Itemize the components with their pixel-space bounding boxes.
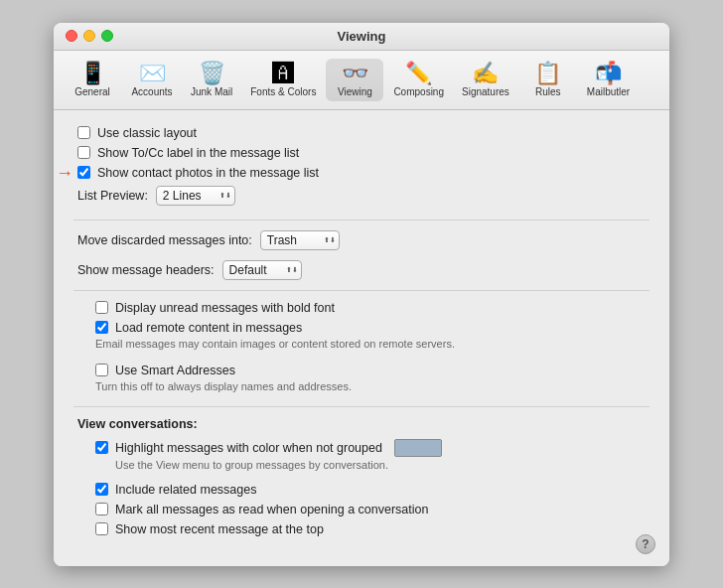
toolbar-item-rules[interactable]: 📋 Rules <box>519 59 577 101</box>
rules-label: Rules <box>535 86 561 97</box>
tocc-label: Show To/Cc label in the message list <box>97 146 299 160</box>
classic-layout-row: Use classic layout <box>73 126 650 140</box>
show-recent-checkbox[interactable] <box>95 522 108 535</box>
junk-mail-label: Junk Mail <box>191 86 232 97</box>
show-headers-row: Show message headers: Default All Custom <box>73 260 650 280</box>
composing-icon: ✏️ <box>405 63 432 84</box>
classic-layout-label: Use classic layout <box>97 126 197 140</box>
show-headers-label: Show message headers: <box>77 263 215 277</box>
remote-content-label: Load remote content in messages <box>115 321 302 335</box>
show-headers-select-wrapper: Default All Custom <box>222 260 302 280</box>
list-preview-label: List Preview: <box>77 189 148 203</box>
include-related-row: Include related messages <box>73 483 650 497</box>
divider-3 <box>73 406 650 407</box>
contact-photos-checkbox[interactable] <box>77 166 90 179</box>
window-title: Viewing <box>338 29 386 44</box>
bold-font-label: Display unread messages with bold font <box>115 301 335 315</box>
composing-label: Composing <box>393 86 444 97</box>
main-window: Viewing 📱 General ✉️ Accounts 🗑️ Junk Ma… <box>54 23 669 566</box>
mark-as-read-label: Mark all messages as read when opening a… <box>115 503 428 516</box>
mailbutler-icon: 📬 <box>595 63 622 84</box>
mailbutler-label: Mailbutler <box>587 86 630 97</box>
contact-photos-label: Show contact photos in the message list <box>97 166 319 180</box>
tocc-checkbox[interactable] <box>77 146 90 159</box>
bold-font-row: Display unread messages with bold font <box>73 301 650 315</box>
titlebar: Viewing <box>54 23 669 51</box>
viewing-label: Viewing <box>338 86 372 97</box>
list-preview-select-wrapper: 2 Lines None 1 Line 3 Lines 4 Lines 5 Li… <box>156 186 235 206</box>
toolbar-item-viewing[interactable]: 👓 Viewing <box>326 59 383 101</box>
show-recent-row: Show most recent message at the top <box>73 522 650 536</box>
highlight-subtext: Use the View menu to group messages by c… <box>115 459 442 471</box>
toolbar-item-accounts[interactable]: ✉️ Accounts <box>123 59 181 101</box>
general-label: General <box>74 86 110 97</box>
fonts-colors-label: Fonts & Colors <box>250 86 316 97</box>
include-related-checkbox[interactable] <box>95 483 108 496</box>
signatures-icon: ✍️ <box>472 63 499 84</box>
list-preview-row: List Preview: 2 Lines None 1 Line 3 Line… <box>73 186 650 206</box>
highlight-color-row: Highlight messages with color when not g… <box>73 439 650 477</box>
accounts-label: Accounts <box>131 86 172 97</box>
contact-photos-row: → Show contact photos in the message lis… <box>73 166 650 180</box>
junk-mail-icon: 🗑️ <box>199 63 225 84</box>
toolbar-item-mailbutler[interactable]: 📬 Mailbutler <box>579 59 638 101</box>
minimize-button[interactable] <box>83 30 95 42</box>
smart-addresses-checkbox[interactable] <box>95 364 108 376</box>
help-button[interactable]: ? <box>636 534 655 554</box>
viewing-icon: 👓 <box>342 63 368 84</box>
toolbar-item-signatures[interactable]: ✍️ Signatures <box>454 59 517 101</box>
toolbar-item-junk-mail[interactable]: 🗑️ Junk Mail <box>183 59 240 101</box>
fonts-colors-icon: 🅰 <box>272 63 294 84</box>
mark-as-read-checkbox[interactable] <box>95 503 108 515</box>
highlight-color-label: Highlight messages with color when not g… <box>115 441 382 455</box>
content-area: Use classic layout Show To/Cc label in t… <box>54 110 669 566</box>
move-discarded-select[interactable]: Trash Archive <box>260 230 340 250</box>
toolbar-item-general[interactable]: 📱 General <box>64 59 121 101</box>
remote-content-subtext: Email messages may contain images or con… <box>73 338 650 350</box>
maximize-button[interactable] <box>101 30 113 42</box>
move-discarded-select-wrapper: Trash Archive <box>260 230 340 250</box>
mark-as-read-row: Mark all messages as read when opening a… <box>73 503 650 516</box>
signatures-label: Signatures <box>462 86 509 97</box>
remote-content-row: Load remote content in messages <box>73 321 650 335</box>
general-icon: 📱 <box>79 63 106 84</box>
smart-addresses-subtext: Turn this off to always display names an… <box>73 380 650 392</box>
toolbar-item-fonts-colors[interactable]: 🅰 Fonts & Colors <box>242 59 324 101</box>
traffic-lights <box>66 30 113 42</box>
toolbar: 📱 General ✉️ Accounts 🗑️ Junk Mail 🅰 Fon… <box>54 51 669 110</box>
arrow-indicator: → <box>56 162 73 183</box>
classic-layout-checkbox[interactable] <box>77 126 90 139</box>
accounts-icon: ✉️ <box>139 63 166 84</box>
show-recent-label: Show most recent message at the top <box>115 522 324 536</box>
highlight-color-checkbox[interactable] <box>95 441 108 454</box>
show-headers-select[interactable]: Default All Custom <box>222 260 302 280</box>
list-preview-select[interactable]: 2 Lines None 1 Line 3 Lines 4 Lines 5 Li… <box>156 186 235 206</box>
smart-addresses-section: Use Smart Addresses Turn this off to alw… <box>73 364 650 392</box>
divider-2 <box>73 290 650 291</box>
view-conversations-section: View conversations: Highlight messages w… <box>73 417 650 536</box>
close-button[interactable] <box>66 30 77 42</box>
remote-content-checkbox[interactable] <box>95 321 108 334</box>
color-swatch[interactable] <box>394 439 442 457</box>
move-discarded-label: Move discarded messages into: <box>77 233 252 247</box>
move-discarded-row: Move discarded messages into: Trash Arch… <box>73 230 650 250</box>
bold-font-checkbox[interactable] <box>95 301 108 314</box>
view-conversations-title: View conversations: <box>73 417 650 431</box>
rules-icon: 📋 <box>534 63 561 84</box>
toolbar-item-composing[interactable]: ✏️ Composing <box>385 59 452 101</box>
smart-addresses-label: Use Smart Addresses <box>115 364 235 377</box>
layout-section: Use classic layout Show To/Cc label in t… <box>73 126 650 206</box>
highlight-color-content: Highlight messages with color when not g… <box>115 439 442 477</box>
tocc-row: Show To/Cc label in the message list <box>73 146 650 160</box>
include-related-label: Include related messages <box>115 483 256 497</box>
smart-addresses-row: Use Smart Addresses <box>73 364 650 377</box>
message-display-section: Display unread messages with bold font L… <box>73 301 650 350</box>
divider-1 <box>73 220 650 220</box>
